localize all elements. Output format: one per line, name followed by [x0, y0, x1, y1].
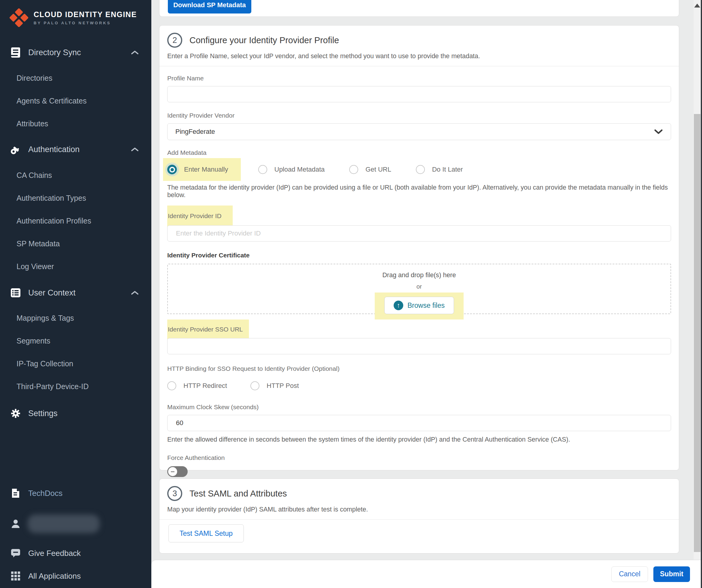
sidebar-item-label: All Applications	[28, 572, 81, 581]
step2-header: 2 Configure your Identity Provider Profi…	[159, 25, 679, 66]
radio-enter-manually[interactable]: Enter Manually	[163, 158, 241, 181]
sidebar-item-techdocs[interactable]: TechDocs	[0, 484, 151, 503]
sidebar-item-ip-tag-collection[interactable]: IP-Tag Collection	[16, 355, 73, 372]
radio-icon	[416, 165, 425, 174]
chevron-up-icon[interactable]	[131, 50, 139, 55]
profile-name-input[interactable]	[167, 86, 671, 102]
sidebar-item-all-applications[interactable]: All Applications	[0, 566, 151, 586]
add-metadata-help: The metadata for the identity provider (…	[167, 184, 671, 199]
feedback-icon	[10, 548, 22, 558]
drop-text: Drag and drop file(s) here	[382, 272, 456, 279]
idp-id-label-highlight: Identity Provider ID	[167, 205, 233, 227]
browse-files-highlight: ↑ Browse files	[375, 293, 464, 319]
radio-icon	[167, 381, 176, 390]
clock-skew-input[interactable]	[167, 415, 671, 431]
chevron-up-icon[interactable]	[131, 290, 139, 295]
step3-header: 3 Test SAML and Attributes Map your iden…	[159, 479, 679, 520]
idp-vendor-selected-value: PingFederate	[176, 128, 215, 136]
test-saml-card: 3 Test SAML and Attributes Map your iden…	[159, 478, 679, 554]
sidebar-group-directory-sync[interactable]: Directory Sync	[0, 43, 151, 62]
sidebar: CLOUD IDENTITY ENGINE BY PALO ALTO NETWO…	[0, 0, 151, 588]
radio-icon	[349, 165, 358, 174]
sidebar-item-segments[interactable]: Segments	[16, 332, 50, 349]
step-number-badge: 2	[167, 33, 182, 48]
step3-description: Map your identity provider (IdP) SAML at…	[167, 506, 671, 513]
sidebar-item-directories[interactable]: Directories	[16, 69, 52, 87]
logo: CLOUD IDENTITY ENGINE BY PALO ALTO NETWO…	[10, 8, 137, 27]
certificate-drop-area[interactable]: Drag and drop file(s) here or ↑ Browse f…	[167, 264, 671, 314]
sidebar-item-authentication-profiles[interactable]: Authentication Profiles	[16, 212, 91, 229]
sidebar-item-authentication-types[interactable]: Authentication Types	[16, 190, 86, 206]
sidebar-item-third-party-device-id[interactable]: Third-Party Device-ID	[16, 378, 89, 395]
sso-url-input[interactable]	[167, 338, 671, 354]
footer-action-bar: Cancel Submit	[151, 560, 701, 588]
user-icon	[10, 519, 22, 529]
scrollbar-thumb[interactable]	[694, 114, 701, 552]
chevron-up-icon[interactable]	[131, 147, 139, 152]
sidebar-group-label: Settings	[28, 409, 57, 418]
step2-title: Configure your Identity Provider Profile	[190, 35, 339, 45]
document-icon	[10, 488, 22, 498]
grid-icon	[10, 571, 22, 581]
force-auth-toggle[interactable]	[167, 466, 188, 477]
sidebar-group-settings[interactable]: Settings	[0, 404, 151, 423]
clock-skew-label: Maximum Clock Skew (seconds)	[167, 404, 671, 411]
idp-id-label: Identity Provider ID	[168, 212, 222, 219]
idp-vendor-label: Identity Provider Vendor	[167, 112, 671, 119]
sso-url-label: Identity Provider SSO URL	[168, 326, 243, 333]
redacted-username	[28, 514, 100, 533]
sidebar-group-label: User Context	[28, 288, 76, 298]
test-saml-setup-button[interactable]: Test SAML Setup	[168, 525, 244, 543]
sidebar-group-label: Authentication	[28, 145, 80, 154]
radio-get-url[interactable]: Get URL	[349, 165, 391, 174]
step3-title: Test SAML and Attributes	[190, 489, 287, 498]
force-auth-label: Force Authentication	[167, 454, 671, 461]
cloud-identity-engine-app: CLOUD IDENTITY ENGINE BY PALO ALTO NETWO…	[0, 0, 702, 588]
upload-arrow-icon: ↑	[394, 301, 403, 310]
radio-do-it-later[interactable]: Do It Later	[416, 165, 463, 174]
scrollbar-track[interactable]	[694, 0, 701, 572]
clock-skew-help: Enter the allowed difference in seconds …	[167, 436, 671, 443]
radio-selected-icon	[167, 165, 177, 174]
submit-button[interactable]: Submit	[653, 566, 690, 582]
gear-icon	[10, 408, 22, 419]
idp-certificate-label: Identity Provider Certificate	[167, 252, 671, 259]
configure-idp-profile-card: 2 Configure your Identity Provider Profi…	[159, 25, 679, 470]
idp-id-input[interactable]	[167, 225, 671, 242]
idp-vendor-select[interactable]: PingFederate	[167, 123, 671, 140]
radio-http-redirect[interactable]: HTTP Redirect	[167, 381, 227, 390]
sp-metadata-card: Download SP Metadata	[159, 0, 679, 17]
sidebar-item-label: Give Feedback	[28, 549, 81, 558]
sso-url-label-highlight: Identity Provider SSO URL	[167, 319, 249, 339]
radio-http-post[interactable]: HTTP Post	[250, 381, 299, 390]
radio-icon	[250, 381, 259, 390]
sidebar-item-sp-metadata[interactable]: SP Metadata	[16, 235, 60, 252]
key-icon	[10, 144, 22, 155]
sidebar-item-agents-certificates[interactable]: Agents & Certificates	[16, 93, 87, 109]
sidebar-item-mappings-tags[interactable]: Mappings & Tags	[16, 310, 74, 326]
sidebar-group-label: Directory Sync	[28, 48, 81, 57]
http-binding-label: HTTP Binding for SSO Request to Identity…	[167, 365, 671, 372]
sidebar-user-account[interactable]	[0, 514, 151, 534]
step-number-badge: 3	[167, 486, 182, 501]
palo-alto-logo-icon	[10, 8, 28, 27]
cancel-button[interactable]: Cancel	[611, 566, 648, 582]
sidebar-item-attributes[interactable]: Attributes	[16, 115, 48, 132]
sidebar-group-authentication[interactable]: Authentication	[0, 140, 151, 159]
sidebar-item-give-feedback[interactable]: Give Feedback	[0, 544, 151, 563]
window-edge	[701, 0, 702, 588]
sidebar-item-ca-chains[interactable]: CA Chains	[16, 167, 52, 184]
toggle-knob	[168, 467, 177, 476]
radio-upload-metadata[interactable]: Upload Metadata	[258, 165, 325, 174]
list-icon	[10, 288, 22, 298]
app-subtitle: BY PALO ALTO NETWORKS	[34, 21, 137, 25]
browse-files-button[interactable]: ↑ Browse files	[384, 297, 454, 314]
download-sp-metadata-button[interactable]: Download SP Metadata	[168, 0, 251, 13]
radio-icon	[258, 165, 267, 174]
profile-name-label: Profile Name	[167, 75, 671, 82]
sidebar-group-user-context[interactable]: User Context	[0, 283, 151, 302]
app-title: CLOUD IDENTITY ENGINE	[34, 10, 137, 19]
scroll-up-arrow-icon[interactable]	[694, 4, 700, 7]
step2-description: Enter a Profile Name, select your IdP ve…	[167, 52, 671, 60]
sidebar-item-log-viewer[interactable]: Log Viewer	[16, 258, 54, 275]
